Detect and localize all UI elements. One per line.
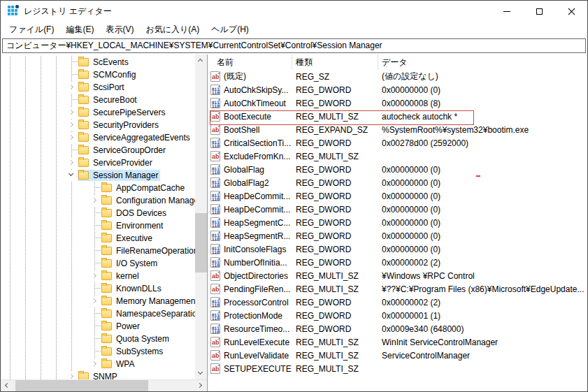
tree-item-subsystems[interactable]: SubSystems: [1, 345, 195, 358]
menu-item-3[interactable]: お気に入り(A): [143, 22, 201, 37]
vertical-scrollbar-thumb[interactable]: [195, 213, 207, 273]
value-row-objectdirectories[interactable]: abObjectDirectoriesREG_MULTI_SZ¥Windows …: [208, 269, 587, 282]
tree-horizontal-scrollbar[interactable]: [1, 379, 207, 391]
tree-item-environment[interactable]: Environment: [1, 219, 195, 232]
folder-icon: [101, 196, 112, 205]
value-row-initconsoleflags[interactable]: 011110InitConsoleFlagsREG_DWORD0x0000000…: [208, 242, 587, 256]
tree-item-executive[interactable]: Executive: [1, 232, 195, 245]
scroll-up-arrow-icon[interactable]: [195, 55, 207, 66]
value-row-bootexecute[interactable]: abBootExecuteREG_MULTI_SZautocheck autoc…: [208, 110, 587, 123]
value-row-heapdecommit-[interactable]: 011110HeapDeCommit...REG_DWORD0x00000000…: [208, 203, 587, 216]
value-type: REG_DWORD: [292, 231, 378, 241]
value-row-globalflag[interactable]: 011110GlobalFlagREG_DWORD0x00000000 (0): [208, 163, 587, 176]
chevron-right-icon[interactable]: [89, 270, 100, 282]
value-row-criticalsectionti-[interactable]: 011110CriticalSectionTi...REG_DWORD0x002…: [208, 136, 587, 150]
menu-item-0[interactable]: ファイル(F): [7, 22, 56, 37]
column-header-data[interactable]: データ: [378, 55, 587, 70]
maximize-icon: [536, 8, 543, 15]
value-name: ExcludeFromKn...: [224, 152, 290, 161]
value-row--[interactable]: ab(既定)REG_SZ(値の設定なし): [208, 70, 587, 83]
value-row-heapsegmentr-[interactable]: 011110HeapSegmentR...REG_DWORD0x00000000…: [208, 229, 587, 242]
tree-item-secureboot[interactable]: SecureBoot: [1, 94, 195, 106]
tree-item-appcompatcache[interactable]: AppCompatCache: [1, 182, 195, 194]
chevron-right-icon[interactable]: [89, 358, 100, 370]
tree-item-servicegrouporder[interactable]: ServiceGroupOrder: [1, 144, 195, 157]
tree-item-securityproviders[interactable]: SecurityProviders: [1, 119, 195, 131]
chevron-down-icon[interactable]: [66, 170, 77, 181]
tree-item-namespaceseparation[interactable]: NamespaceSeparation: [1, 307, 195, 320]
tree-item-scevents[interactable]: ScEvents: [1, 56, 195, 68]
tree-item-dos-devices[interactable]: DOS Devices: [1, 207, 195, 219]
close-button[interactable]: [555, 1, 587, 22]
tree-item-power[interactable]: Power: [1, 320, 195, 333]
tree-item-configuration-manager[interactable]: Configuration Manager: [1, 194, 195, 207]
tree-item-label: Session Manager: [92, 170, 158, 180]
chevron-right-icon[interactable]: [89, 195, 100, 206]
scroll-left-arrow-icon[interactable]: [1, 380, 13, 391]
value-row-autochkskipsy-[interactable]: 011110AutoChkSkipSy...REG_DWORD0x0000000…: [208, 83, 587, 96]
menu-item-4[interactable]: ヘルプ(H): [209, 22, 251, 37]
tree-item-label: SubSystems: [115, 347, 163, 356]
tree-item-session-manager[interactable]: Session Manager: [1, 169, 195, 182]
tree-item-serviceaggregatedevents[interactable]: ServiceAggregatedEvents: [1, 131, 195, 144]
registry-app-icon: [8, 6, 19, 17]
menu-item-2[interactable]: 表示(V): [103, 22, 136, 37]
value-row-runlevelexecute[interactable]: abRunLevelExecuteREG_MULTI_SZWinInit Ser…: [208, 335, 587, 349]
value-row-protectionmode[interactable]: 011110ProtectionModeREG_DWORD0x00000001 …: [208, 309, 587, 322]
value-row-setupexecute[interactable]: abSETUPEXECUTEREG_MULTI_SZ: [208, 362, 587, 375]
tree-item-label: kernel: [115, 271, 139, 281]
tree-item-memory-management[interactable]: Memory Management: [1, 295, 195, 307]
address-bar[interactable]: コンピューター¥HKEY_LOCAL_MACHINE¥SYSTEM¥Curren…: [2, 38, 586, 53]
value-row-globalflag2[interactable]: 011110GlobalFlag2REG_DWORD0x00000000 (0): [208, 176, 587, 189]
folder-icon: [101, 360, 112, 368]
list-header: 名前 種類 データ: [208, 55, 587, 70]
scroll-down-arrow-icon[interactable]: [195, 368, 207, 379]
value-row-resourcetimeo-[interactable]: 011110ResourceTimeo...REG_DWORD0x0009e34…: [208, 322, 587, 335]
tree-item-scmconfig[interactable]: SCMConfig: [1, 68, 195, 81]
tree-item-filerenameoperations[interactable]: FileRenameOperations: [1, 245, 195, 257]
dword-value-icon: 011110: [210, 324, 220, 334]
value-row-numberofinitia-[interactable]: 011110NumberOfInitia...REG_DWORD0x000000…: [208, 256, 587, 269]
folder-icon: [101, 184, 112, 192]
column-header-name[interactable]: 名前: [208, 55, 292, 70]
tree-item-kernel[interactable]: kernel: [1, 270, 195, 282]
tree-item-wpa[interactable]: WPA: [1, 358, 195, 370]
chevron-right-icon[interactable]: [66, 132, 77, 143]
chevron-right-icon[interactable]: [89, 296, 100, 307]
tree-item-label: Environment: [115, 221, 163, 231]
chevron-right-icon[interactable]: [66, 371, 77, 379]
tree-item-quota-system[interactable]: Quota System: [1, 333, 195, 345]
value-row-runlevelvalidate[interactable]: abRunLevelValidateREG_MULTI_SZServiceCon…: [208, 349, 587, 362]
chevron-right-icon[interactable]: [66, 107, 77, 118]
minimize-icon: [503, 11, 510, 12]
chevron-right-icon[interactable]: [66, 157, 77, 168]
value-row-pendingfileren-[interactable]: abPendingFileRen...REG_MULTI_SZ¥??¥C:¥Pr…: [208, 282, 587, 296]
minimize-button[interactable]: [491, 1, 523, 22]
tree-item-label: ServiceProvider: [92, 158, 152, 168]
value-row-heapsegmentc-[interactable]: 011110HeapSegmentC...REG_DWORD0x00000000…: [208, 216, 587, 229]
value-type: REG_MULTI_SZ: [292, 112, 378, 122]
column-header-type[interactable]: 種類: [292, 55, 378, 70]
value-row-excludefromkn-[interactable]: abExcludeFromKn...REG_MULTI_SZ: [208, 150, 587, 163]
tree-item-serviceprovider[interactable]: ServiceProvider: [1, 157, 195, 169]
dword-value-icon: 011110: [210, 310, 220, 321]
chevron-right-icon[interactable]: [66, 82, 77, 93]
tree-item-i-o-system[interactable]: I/O System: [1, 257, 195, 270]
value-name: AutoChkTimeout: [224, 99, 286, 108]
tree-item-securepipeservers[interactable]: SecurePipeServers: [1, 106, 195, 119]
scroll-right-arrow-icon[interactable]: [195, 380, 207, 391]
string-value-icon: ab: [210, 337, 220, 347]
menu-item-1[interactable]: 編集(E): [64, 22, 96, 37]
maximize-button[interactable]: [523, 1, 555, 22]
horizontal-scrollbar-thumb[interactable]: [15, 380, 148, 391]
chevron-right-icon[interactable]: [66, 119, 77, 131]
tree-item-scsiport[interactable]: ScsiPort: [1, 81, 195, 94]
value-row-bootshell[interactable]: abBootShellREG_EXPAND_SZ%SystemRoot%¥sys…: [208, 123, 587, 136]
value-row-heapdecommit-[interactable]: 011110HeapDeCommit...REG_DWORD0x00000000…: [208, 189, 587, 203]
value-type: REG_DWORD: [292, 324, 378, 334]
tree-vertical-scrollbar[interactable]: [195, 55, 207, 379]
value-row-processorcontrol[interactable]: 011110ProcessorControlREG_DWORD0x0000000…: [208, 296, 587, 309]
tree-item-knowndlls[interactable]: KnownDLLs: [1, 282, 195, 295]
value-row-autochktimeout[interactable]: 011110AutoChkTimeoutREG_DWORD0x00000008 …: [208, 96, 587, 110]
tree-item-snmp[interactable]: SNMP: [1, 370, 195, 379]
